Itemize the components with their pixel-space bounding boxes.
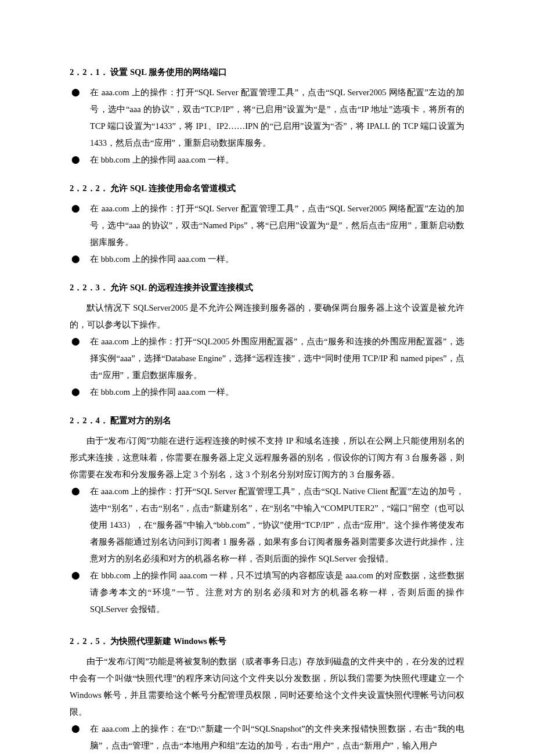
bullet-icon: ⬤ bbox=[70, 152, 90, 167]
bullet-icon: ⬤ bbox=[70, 483, 90, 499]
list-item: ⬤ 在 bbb.com 上的操作同 aaa.com 一样，只不过填写的内容都应该… bbox=[70, 567, 464, 618]
list-item: ⬤ 在 aaa.com 上的操作：打开“SQL Server 配置管理工具”，点… bbox=[70, 483, 464, 567]
document-page: 2．2．1． 设置 SQL 服务使用的网络端口 ⬤ 在 aaa.com 上的操作… bbox=[0, 0, 534, 756]
section-2-2-2: 2．2．2． 允许 SQL 连接使用命名管道模式 ⬤ 在 aaa.com 上的操… bbox=[70, 180, 464, 268]
bullet-icon: ⬤ bbox=[70, 200, 90, 216]
list-item-text: 在 aaa.com 上的操作：打开“SQL2005 外围应用配置器”，点击“服务… bbox=[90, 333, 464, 384]
list-item: ⬤ 在 bbb.com 上的操作同 aaa.com 一样。 bbox=[70, 152, 464, 168]
list-item-text: 在 bbb.com 上的操作同 aaa.com 一样。 bbox=[90, 152, 464, 168]
bullet-icon: ⬤ bbox=[70, 384, 90, 399]
heading-2-2-3: 2．2．3． 允许 SQL 的远程连接并设置连接模式 bbox=[70, 279, 464, 296]
heading-2-2-5: 2．2．5． 为快照代理新建 Windows 帐号 bbox=[70, 633, 464, 650]
bullet-icon: ⬤ bbox=[70, 251, 90, 267]
list-item-text: 在 aaa.com 上的操作：打开“SQL Server 配置管理工具”，点击“… bbox=[90, 84, 464, 152]
list-item-text: 在 aaa.com 上的操作：在“D:\”新建一个叫“SQLSnapshot”的… bbox=[90, 721, 464, 754]
list-item: ⬤ 在 aaa.com 上的操作：打开“SQL2005 外围应用配置器”，点击“… bbox=[70, 333, 464, 384]
bullet-icon: ⬤ bbox=[70, 721, 90, 736]
section-2-2-3: 2．2．3． 允许 SQL 的远程连接并设置连接模式 默认情况下 SQLServ… bbox=[70, 279, 464, 401]
section-2-2-5: 2．2．5． 为快照代理新建 Windows 帐号 由于“发布/订阅”功能是将被… bbox=[70, 633, 464, 754]
list-item: ⬤ 在 bbb.com 上的操作同 aaa.com 一样。 bbox=[70, 251, 464, 268]
bullet-icon: ⬤ bbox=[70, 333, 90, 349]
heading-2-2-1: 2．2．1． 设置 SQL 服务使用的网络端口 bbox=[70, 64, 464, 81]
list-item: ⬤ 在 bbb.com 上的操作同 aaa.com 一样。 bbox=[70, 384, 464, 401]
section-2-2-4: 2．2．4． 配置对方的别名 由于“发布/订阅”功能在进行远程连接的时候不支持 … bbox=[70, 412, 464, 618]
list-item-text: 在 bbb.com 上的操作同 aaa.com 一样。 bbox=[90, 251, 464, 268]
list-item-text: 在 aaa.com 上的操作：打开“SQL Server 配置管理工具”，点击“… bbox=[90, 483, 464, 567]
bullet-icon: ⬤ bbox=[70, 84, 90, 100]
list-item: ⬤ 在 aaa.com 上的操作：打开“SQL Server 配置管理工具”，点… bbox=[70, 84, 464, 152]
heading-2-2-4: 2．2．4． 配置对方的别名 bbox=[70, 412, 464, 429]
list-item-text: 在 aaa.com 上的操作：打开“SQL Server 配置管理工具”，点击“… bbox=[90, 200, 464, 251]
heading-2-2-2: 2．2．2． 允许 SQL 连接使用命名管道模式 bbox=[70, 180, 464, 197]
list-item: ⬤ 在 aaa.com 上的操作：打开“SQL Server 配置管理工具”，点… bbox=[70, 200, 464, 251]
list-item-text: 在 bbb.com 上的操作同 aaa.com 一样，只不过填写的内容都应该是 … bbox=[90, 567, 464, 618]
paragraph: 默认情况下 SQLServer2005 是不允许公网连接到服务器的，要确保两台服… bbox=[70, 300, 464, 333]
list-item-text: 在 bbb.com 上的操作同 aaa.com 一样。 bbox=[90, 384, 464, 401]
list-item: ⬤ 在 aaa.com 上的操作：在“D:\”新建一个叫“SQLSnapshot… bbox=[70, 721, 464, 754]
paragraph: 由于“发布/订阅”功能在进行远程连接的时候不支持 IP 和域名连接，所以在公网上… bbox=[70, 433, 464, 483]
paragraph: 由于“发布/订阅”功能是将被复制的数据（或者事务日志）存放到磁盘的文件夹中的，在… bbox=[70, 653, 464, 721]
section-2-2-1: 2．2．1． 设置 SQL 服务使用的网络端口 ⬤ 在 aaa.com 上的操作… bbox=[70, 64, 464, 168]
bullet-icon: ⬤ bbox=[70, 567, 90, 583]
